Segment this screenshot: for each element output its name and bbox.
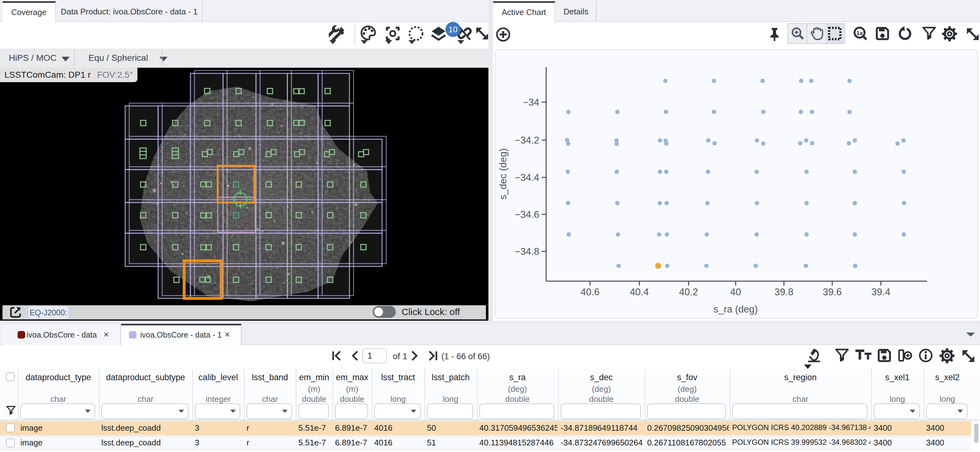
svg-text:−34.2: −34.2 [515,135,539,146]
svg-text:39.8: 39.8 [775,287,793,297]
svg-text:−34: −34 [523,97,539,108]
svg-text:40.6: 40.6 [581,287,600,297]
svg-text:s_ra (deg): s_ra (deg) [713,304,757,315]
svg-text:40: 40 [730,287,741,297]
svg-text:39.4: 39.4 [872,287,890,297]
svg-text:−34.8: −34.8 [515,246,539,257]
svg-text:39.6: 39.6 [823,287,842,297]
svg-text:s_dec (deg): s_dec (deg) [498,148,509,200]
svg-text:40.2: 40.2 [679,287,698,297]
svg-text:−34.4: −34.4 [515,172,539,183]
svg-text:40.4: 40.4 [630,287,649,297]
svg-text:−34.6: −34.6 [515,209,539,220]
svg-text:1x: 1x [856,30,863,36]
